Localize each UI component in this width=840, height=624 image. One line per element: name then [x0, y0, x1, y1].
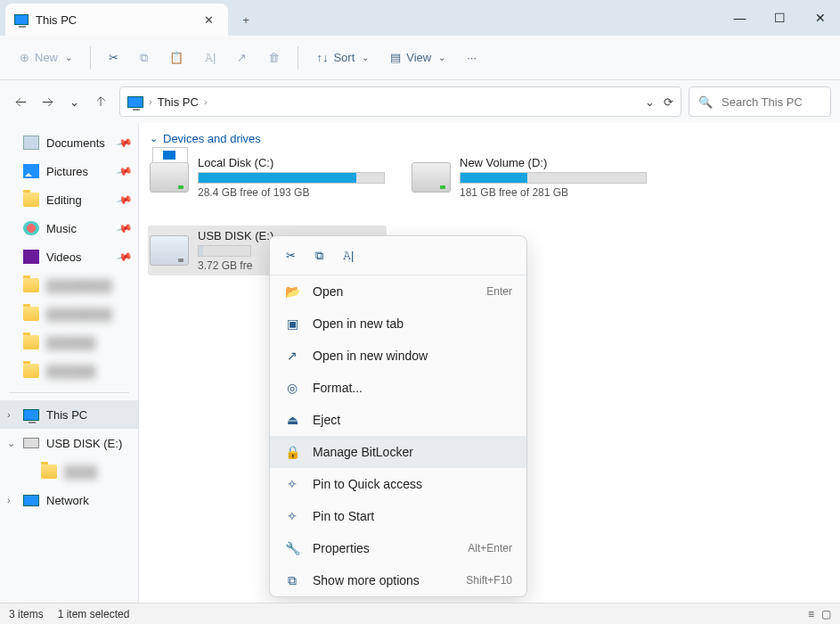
drive-icon: [150, 162, 189, 193]
group-header-devices[interactable]: ⌄ Devices and drives: [148, 128, 831, 152]
view-icon: ▤: [390, 51, 401, 64]
sidebar-label: ████████: [46, 308, 112, 321]
ctx-open-new-window[interactable]: ↗Open in new window: [270, 340, 526, 372]
new-window-icon: ↗: [284, 348, 300, 364]
more-button[interactable]: ···: [458, 43, 485, 73]
ctx-open[interactable]: 📂OpenEnter: [270, 275, 526, 308]
sidebar-label: ████████: [46, 279, 112, 292]
folder-open-icon: 📂: [284, 283, 300, 300]
sidebar-label: Network: [46, 494, 89, 507]
up-button[interactable]: 🡡: [93, 95, 109, 109]
trash-icon: 🗑: [268, 51, 280, 64]
sidebar-item-usb-child[interactable]: ████: [0, 457, 138, 486]
eject-icon: ⏏: [284, 412, 300, 428]
sidebar-item-pictures[interactable]: Pictures📌: [0, 157, 138, 185]
breadcrumb-this-pc[interactable]: This PC: [158, 95, 199, 109]
maximize-button[interactable]: ☐: [760, 0, 800, 36]
pin-icon: 📌: [116, 162, 134, 180]
ctx-label: Open in new tab: [313, 316, 404, 331]
cut-button[interactable]: ✂: [100, 43, 127, 73]
breadcrumb[interactable]: › This PC › ⌄ ⟳: [119, 86, 681, 117]
new-tab-button[interactable]: +: [228, 4, 264, 36]
large-icons-view-icon[interactable]: ▢: [821, 608, 831, 620]
chevron-right-icon[interactable]: ›: [7, 495, 11, 505]
sidebar-item-documents[interactable]: Documents📌: [0, 128, 138, 157]
sort-button[interactable]: ↑↓ Sort ⌄: [307, 43, 378, 73]
cut-icon[interactable]: ✂: [286, 249, 296, 262]
close-tab-icon[interactable]: ✕: [198, 13, 219, 27]
toolbar: ⊕ New ⌄ ✂ ⧉ 📋 𝙰| ↗ 🗑 ↑↓ Sort ⌄ ▤ View ⌄ …: [0, 36, 840, 80]
chevron-right-icon[interactable]: ›: [7, 409, 11, 420]
sidebar-label: Editing: [46, 193, 82, 207]
folder-icon: [41, 464, 57, 479]
details-view-icon[interactable]: ≡: [808, 608, 814, 620]
sidebar-item-music[interactable]: Music📌: [0, 214, 138, 242]
shortcut-text: Shift+F10: [466, 574, 512, 587]
rename-icon: 𝙰|: [205, 51, 216, 65]
new-button[interactable]: ⊕ New ⌄: [11, 43, 81, 73]
sidebar-item-videos[interactable]: Videos📌: [0, 242, 138, 271]
documents-icon: [23, 135, 39, 150]
paste-button[interactable]: 📋: [160, 43, 192, 73]
minimize-button[interactable]: —: [720, 0, 760, 36]
sidebar-label: This PC: [46, 408, 87, 422]
ctx-label: Manage BitLocker: [313, 445, 413, 459]
sidebar-divider: [9, 392, 129, 393]
sidebar-item-hidden[interactable]: ██████: [0, 357, 138, 385]
sidebar-item-editing[interactable]: Editing📌: [0, 185, 138, 214]
ctx-show-more-options[interactable]: ⧉Show more optionsShift+F10: [270, 564, 526, 596]
history-chevron-icon[interactable]: ⌄: [645, 95, 655, 109]
ctx-format[interactable]: ◎Format...: [270, 372, 526, 404]
ctx-open-new-tab[interactable]: ▣Open in new tab: [270, 308, 526, 340]
status-selected-count: 1 item selected: [58, 608, 130, 620]
sidebar-item-usb-disk[interactable]: ⌄USB DISK (E:): [0, 429, 138, 457]
sidebar-label: USB DISK (E:): [46, 437, 122, 450]
chevron-down-icon: ⌄: [65, 53, 72, 62]
share-button[interactable]: ↗: [228, 43, 256, 73]
folder-icon: [23, 307, 39, 321]
tab-this-pc[interactable]: This PC ✕: [5, 4, 228, 36]
sidebar-item-this-pc[interactable]: ›This PC: [0, 400, 138, 429]
chevron-down-icon[interactable]: ⌄: [7, 438, 15, 449]
copy-icon[interactable]: ⧉: [315, 249, 323, 263]
ctx-pin-start[interactable]: ✧Pin to Start: [270, 500, 526, 532]
storage-bar: [198, 172, 385, 184]
rename-icon[interactable]: 𝙰|: [343, 249, 354, 263]
sidebar-item-network[interactable]: ›Network: [0, 486, 138, 514]
view-label: View: [406, 51, 431, 64]
ctx-manage-bitlocker[interactable]: 🔒Manage BitLocker: [270, 436, 526, 468]
pin-icon: 📌: [116, 134, 134, 152]
storage-bar: [198, 245, 251, 257]
forward-button[interactable]: 🡢: [39, 95, 55, 109]
recent-button[interactable]: ⌄: [66, 95, 82, 109]
search-input[interactable]: [720, 94, 840, 110]
format-icon: ◎: [284, 380, 300, 396]
rename-button[interactable]: 𝙰|: [196, 43, 224, 73]
refresh-button[interactable]: ⟳: [664, 95, 673, 109]
search-box[interactable]: 🔍: [689, 86, 831, 117]
back-button[interactable]: 🡠: [12, 95, 29, 109]
drive-local-c[interactable]: Local Disk (C:) 28.4 GB free of 193 GB: [148, 152, 387, 202]
status-bar: 3 items 1 item selected ≡ ▢: [0, 603, 840, 624]
pin-icon: 📌: [116, 248, 134, 266]
view-button[interactable]: ▤ View ⌄: [381, 43, 454, 73]
sidebar-item-hidden[interactable]: ████████: [0, 300, 138, 328]
ctx-pin-quick-access[interactable]: ✧Pin to Quick access: [270, 468, 526, 500]
paste-icon: 📋: [169, 51, 183, 64]
sidebar-label: Music: [46, 222, 77, 235]
view-mode-icons: ≡ ▢: [808, 608, 831, 620]
sidebar-label: Videos: [46, 250, 82, 264]
status-item-count: 3 items: [9, 608, 44, 620]
copy-button[interactable]: ⧉: [131, 43, 157, 73]
ctx-eject[interactable]: ⏏Eject: [270, 404, 526, 436]
shortcut-text: Enter: [486, 285, 512, 298]
close-window-button[interactable]: ✕: [800, 0, 840, 36]
delete-button[interactable]: 🗑: [259, 43, 289, 73]
drive-new-volume-d[interactable]: New Volume (D:) 181 GB free of 281 GB: [410, 152, 648, 202]
ctx-label: Open: [313, 284, 343, 299]
sidebar-label: Pictures: [46, 165, 88, 178]
sidebar-item-hidden[interactable]: ████████: [0, 271, 138, 300]
ctx-properties[interactable]: 🔧PropertiesAlt+Enter: [270, 532, 526, 564]
sidebar-item-hidden[interactable]: ██████: [0, 328, 138, 357]
group-label: Devices and drives: [163, 132, 261, 145]
